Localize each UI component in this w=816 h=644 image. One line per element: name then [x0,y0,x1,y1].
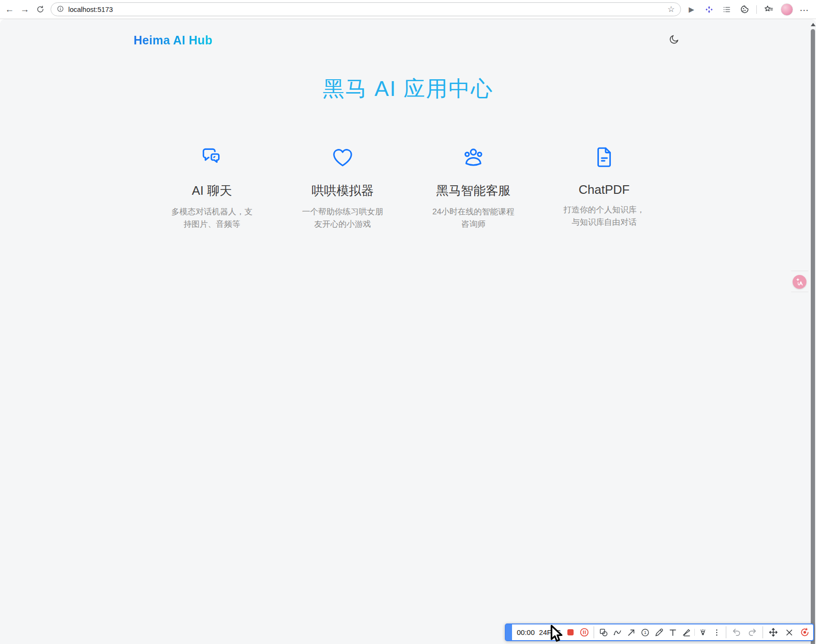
close-toolbar-button[interactable] [781,625,797,640]
svg-text:1: 1 [644,630,646,635]
move-icon [768,627,778,637]
spotlight-tool-button[interactable] [696,625,710,640]
browser-toolbar: ← → localhost:5173 ☆ ▶ [0,0,816,19]
card-title: 黑马智能客服 [408,182,539,199]
text-tool-button[interactable] [666,625,680,640]
forward-icon[interactable]: → [17,2,32,17]
chat-bubbles-icon [200,145,224,171]
back-icon[interactable]: ← [2,2,17,17]
reload-icon[interactable] [32,2,48,17]
reading-list-extension-icon[interactable] [721,4,732,15]
card-hong-simulator[interactable]: 哄哄模拟器 一个帮助你练习哄女朋友开心的小游戏 [277,145,408,230]
restart-recording-button[interactable] [797,625,813,640]
document-icon [592,145,616,171]
cookie-extension-icon[interactable] [739,4,750,15]
card-title: AI 聊天 [146,182,277,199]
toolbar-separator [756,5,757,14]
separator [594,626,594,638]
theme-toggle-button[interactable] [665,32,682,49]
card-description: 多模态对话机器人，支持图片、音频等 [168,206,255,230]
app-card-grid: AI 聊天 多模态对话机器人，支持图片、音频等 哄哄模拟器 一个帮助你练习哄女朋… [146,145,670,230]
pause-recording-button[interactable] [577,625,591,640]
purple-extension-icon[interactable] [703,4,715,15]
play-extension-icon[interactable]: ▶ [686,4,697,15]
highlighter-tool-button[interactable] [680,625,693,640]
text-icon [668,628,678,637]
separator [763,626,763,638]
curve-icon [613,628,622,637]
card-title: 哄哄模拟器 [277,182,408,199]
recording-time: 00:00 [512,628,538,636]
card-ai-chat[interactable]: AI 聊天 多模态对话机器人，支持图片、音频等 [146,145,277,230]
card-description: 24小时在线的智能课程咨询师 [430,206,517,230]
collections-star-icon[interactable] [763,4,774,15]
redo-icon [747,627,757,637]
extensions-row: ▶ … [686,3,811,16]
widget-divider [791,292,808,292]
recorder-drag-handle[interactable] [506,624,512,640]
undo-button[interactable] [729,625,744,640]
card-description: 一个帮助你练习哄女朋友开心的小游戏 [299,206,386,230]
web-content: Heima AI Hub 黑马 AI 应用中心 [0,19,816,644]
separator [694,629,695,636]
widget-divider [791,271,808,271]
stop-icon [567,629,574,635]
card-chatpdf[interactable]: ChatPDF 打造你的个人知识库，与知识库自由对话 [539,145,670,230]
close-icon [785,628,794,637]
shapes-icon [599,628,608,637]
more-menu-icon[interactable]: … [799,5,809,14]
page-title: 黑马 AI 应用中心 [134,74,682,103]
scrollbar-thumb[interactable] [811,29,815,644]
arrow-icon [627,628,636,637]
stop-recording-button[interactable] [564,625,577,640]
mouse-cursor [549,625,565,644]
arrow-tool-button[interactable] [624,625,638,640]
kebab-menu-icon [712,628,721,637]
bookmark-star-icon[interactable]: ☆ [668,4,675,14]
site-logo: Heima AI Hub [134,33,212,47]
card-smart-service[interactable]: 黑马智能客服 24小时在线的智能课程咨询师 [408,145,539,230]
card-description: 打造你的个人知识库，与知识库自由对话 [561,204,648,228]
site-header: Heima AI Hub [134,19,682,49]
address-bar[interactable]: localhost:5173 ☆ [51,2,681,16]
move-toolbar-button[interactable] [765,625,781,640]
redo-button[interactable] [744,625,760,640]
moon-icon [669,34,680,47]
scroll-up-arrow-icon[interactable] [811,23,816,26]
card-title: ChatPDF [539,182,670,197]
profile-avatar[interactable] [781,3,793,16]
step-number-tool-button[interactable]: 1 [638,625,652,640]
translate-widget[interactable] [792,273,807,288]
vertical-scrollbar[interactable] [810,19,816,644]
people-icon [461,145,485,171]
heart-icon [331,145,355,171]
highlighter-icon [682,628,691,637]
more-tools-button[interactable] [710,625,723,640]
pause-icon [579,627,589,637]
shapes-tool-button[interactable] [596,625,610,640]
pencil-icon [654,628,664,637]
separator [726,626,726,638]
url-text[interactable]: localhost:5173 [68,6,663,13]
site-info-icon[interactable] [57,5,64,14]
translate-icon[interactable] [793,275,806,289]
record-icon [800,627,810,637]
freehand-curve-tool-button[interactable] [610,625,624,640]
pencil-tool-button[interactable] [652,625,666,640]
step-number-icon: 1 [640,628,650,637]
spotlight-icon [698,628,708,637]
undo-icon [732,627,742,637]
